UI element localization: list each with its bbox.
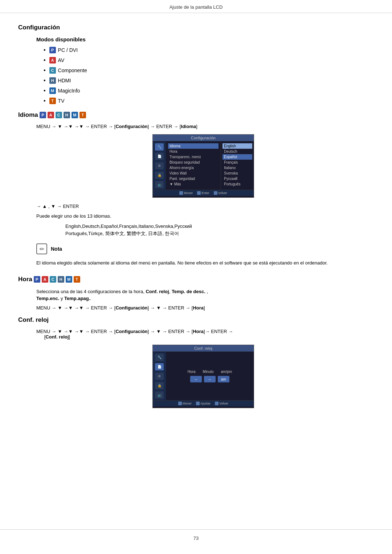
list-item: P PC / DVI — [44, 47, 370, 53]
idioma-heading: Idioma — [18, 111, 38, 119]
osd-val-espanol: Español — [222, 154, 252, 160]
volver-label: Volver — [218, 191, 227, 195]
osd-val-english: English — [222, 143, 252, 149]
idioma-badge-c: C — [56, 112, 62, 118]
list-item: M MagicInfo — [44, 87, 370, 94]
reloj-minuto-label: Minuto — [203, 370, 214, 374]
conf-reloj-screenshot: Conf. reloj 🔧 📄 ⚙ 🔒 📺 Hora Mi — [36, 345, 370, 408]
osd-reloj-bottom-bar: Mover Ajustar Volver — [153, 400, 254, 406]
reloj-volver-label: Volver — [219, 402, 228, 405]
idioma-badge-p: P — [40, 112, 46, 118]
idioma-arrow-instruction: → ▲ , ▼ → ENTER — [36, 204, 370, 209]
osd-reloj-icon-1: 🔧 — [155, 354, 164, 361]
hora-badge-a: A — [42, 276, 48, 283]
mover-label: Mover — [184, 191, 193, 195]
configuracion-section: Configuración Modos disponibles P PC / D… — [22, 24, 370, 104]
hora-badge-h: H — [58, 276, 64, 283]
reloj-ampm-input[interactable]: am — [218, 376, 229, 382]
reloj-hora-input[interactable]: – — [190, 376, 202, 382]
conf-reloj-menu-path: MENU → ▼ →▼ →▼ → ENTER → [Configuración]… — [36, 329, 370, 340]
hora-heading: Hora — [18, 276, 32, 283]
idioma-menu-path: MENU → ▼ →▼ →▼ → ENTER → [Configuración]… — [36, 124, 370, 129]
osd-title: Configuración — [153, 135, 254, 141]
osd-val-svenska: Svenska — [222, 171, 252, 176]
nota-label: Nota — [51, 243, 62, 254]
osd-reloj-body: 🔧 📄 ⚙ 🔒 📺 Hora Minuto am/pm — [153, 352, 254, 400]
hora-menu-path: MENU → ▼ →▼ →▼ → ENTER → [Configuración]… — [36, 305, 370, 311]
osd-icon-column: 🔧 📄 ⚙ 🔒 📺 — [153, 142, 166, 190]
osd-val-portugues: Português — [222, 181, 252, 187]
reloj-input-row: – – am — [190, 376, 229, 382]
configuracion-heading: Configuración — [18, 24, 370, 31]
osd-reloj-icon-5: 📺 — [155, 391, 164, 399]
idioma-badge-m: M — [72, 112, 78, 118]
mode-label-av: AV — [58, 57, 65, 63]
osd-menu-transparenc: Transparenc. menú — [168, 154, 219, 160]
idioma-badge-a: A — [48, 112, 54, 118]
page-footer: 73 — [0, 529, 392, 547]
reloj-ampm-label: am/pm — [221, 370, 232, 374]
osd-bottom-enter: Enter — [197, 191, 209, 195]
osd-icon-3: ⚙ — [155, 162, 164, 169]
osd-menu-bloqueo: Bloqueo seguridad — [168, 160, 219, 165]
reloj-ajustar-label: Ajustar — [200, 402, 211, 405]
reloj-volver-icon — [215, 402, 219, 405]
reloj-minuto-input[interactable]: – — [204, 376, 216, 382]
mover-icon — [179, 191, 183, 195]
volver-icon — [214, 191, 217, 195]
osd-val-francais: Français — [222, 160, 252, 165]
osd-bottom-bar: Mover Enter Volver — [153, 190, 254, 196]
osd-reloj-bottom-ajustar: Ajustar — [196, 402, 211, 405]
nota-box: ✏ Nota — [36, 243, 370, 254]
osd-reloj-title: Conf. reloj — [153, 345, 254, 352]
page-container: Ajuste de la pantalla LCD Configuración … — [0, 0, 392, 554]
hora-badge-c: C — [50, 276, 56, 283]
osd-idioma: Configuración 🔧 📄 ⚙ 🔒 📺 Idioma Hora — [152, 134, 254, 198]
list-item: C Componente — [44, 67, 370, 74]
reloj-ajustar-icon — [196, 402, 200, 405]
mode-label-hdmi: HDMI — [58, 78, 71, 83]
conf-reloj-heading: Conf. reloj — [18, 316, 370, 324]
list-item: A AV — [44, 57, 370, 63]
hora-heading-row: Hora P A C H M T — [18, 276, 370, 283]
osd-bottom-mover: Mover — [179, 191, 193, 195]
page-number: 73 — [193, 535, 199, 541]
mode-list: P PC / DVI A AV C Componente H HDMI M — [44, 47, 370, 104]
osd-menu-mas: ▼ Más — [168, 181, 219, 187]
osd-reloj-icon-2: 📄 — [155, 363, 164, 370]
osd-menu-pant: Pant. seguridad — [168, 176, 219, 181]
badge-c: C — [49, 67, 56, 74]
osd-reloj-center: Hora Minuto am/pm – – am — [166, 352, 254, 400]
badge-p: P — [49, 47, 56, 53]
page-title: Ajuste de la pantalla LCD — [170, 4, 223, 10]
conf-reloj-section: Conf. reloj MENU → ▼ →▼ →▼ → ENTER → [Co… — [22, 316, 370, 408]
reloj-label-row: Hora Minuto am/pm — [188, 370, 232, 374]
osd-reloj-icon-3: ⚙ — [155, 373, 164, 380]
osd-bottom-volver: Volver — [214, 191, 227, 195]
osd-reloj: Conf. reloj 🔧 📄 ⚙ 🔒 📺 Hora Mi — [152, 345, 254, 408]
mode-label-tv: TV — [58, 98, 65, 104]
osd-menu-ahorro: Ahorro energía — [168, 165, 219, 171]
osd-reloj-bottom-mover: Mover — [178, 402, 192, 405]
hora-badge-t: T — [74, 276, 80, 283]
osd-reloj-icons: 🔧 📄 ⚙ 🔒 📺 — [153, 352, 166, 400]
osd-icon-5: 📺 — [155, 181, 164, 188]
osd-menu-videowall: Video Wall — [168, 171, 219, 176]
osd-val-ruso: Русский — [222, 176, 252, 181]
osd-val-italiano: Italiano — [222, 165, 252, 171]
reloj-hora-label: Hora — [188, 370, 196, 374]
enter-icon — [197, 191, 201, 195]
osd-val-deutsch: Deutsch — [222, 149, 252, 154]
osd-icon-1: 🔧 — [155, 143, 164, 151]
osd-menu-hora: Hora — [168, 149, 219, 154]
mode-label-pc: PC / DVI — [58, 47, 78, 53]
hora-badge-p: P — [34, 276, 40, 283]
hora-badge-m: M — [66, 276, 72, 283]
reloj-mover-icon — [178, 402, 182, 405]
idioma-info: Puede elegir uno de los 13 idiomas. — [36, 213, 370, 220]
list-item: H HDMI — [44, 77, 370, 84]
page-header: Ajuste de la pantalla LCD — [0, 0, 392, 13]
osd-icon-2: 📄 — [155, 153, 164, 160]
idioma-badge-t: T — [79, 112, 86, 118]
badge-t: T — [49, 98, 56, 104]
